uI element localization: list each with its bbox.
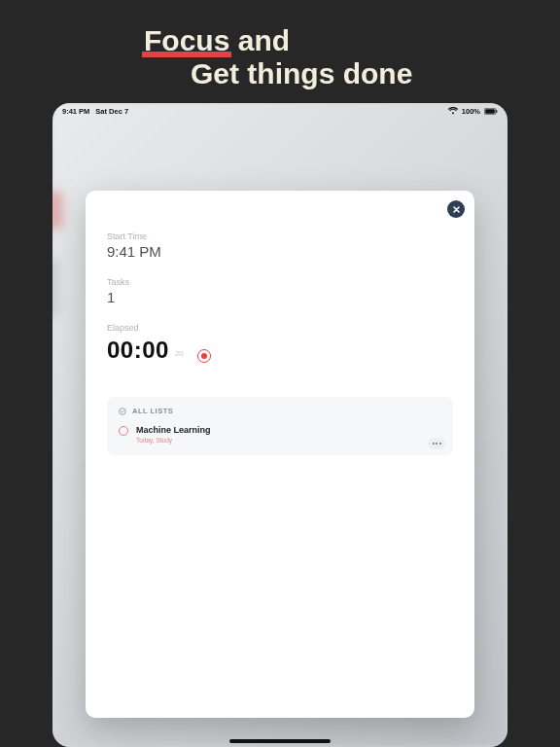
list-header[interactable]: ALL LISTS [119,407,441,415]
ipad-frame: 9:41 PM Sat Dec 7 100% Start Time 9:41 P… [52,103,508,747]
elapsed-time: 00:00 [107,337,169,364]
svg-rect-1 [485,109,495,114]
status-battery-text: 100% [462,107,480,116]
promo-headline: Focus and Get things done [0,25,560,89]
task-list-card: ALL LISTS Machine Learning Today, Study [107,397,453,455]
focus-session-modal: Start Time 9:41 PM Tasks 1 Elapsed 00:00… [86,191,474,718]
task-checkbox[interactable] [119,426,128,436]
svg-rect-2 [496,110,497,113]
status-time: 9:41 PM [62,107,89,116]
wifi-icon [448,107,458,115]
status-bar: 9:41 PM Sat Dec 7 100% [52,103,508,119]
more-icon [433,443,441,445]
tasks-label: Tasks [107,277,453,287]
elapsed-centiseconds: 20 [175,349,184,358]
more-button[interactable] [428,438,445,449]
headline-focus: Focus [144,24,229,56]
task-title: Machine Learning [136,425,211,435]
list-header-label: ALL LISTS [132,407,173,415]
task-row[interactable]: Machine Learning Today, Study [119,425,441,444]
close-icon [452,205,461,214]
close-button[interactable] [447,200,465,218]
start-time-value: 9:41 PM [107,243,453,260]
check-icon [119,408,126,415]
task-meta: Today, Study [136,437,211,444]
headline-line2: Get things done [0,58,560,89]
home-indicator[interactable] [229,739,331,743]
tasks-value: 1 [107,289,453,305]
headline-and: and [238,24,290,56]
record-button[interactable] [197,349,211,363]
status-date: Sat Dec 7 [95,107,128,116]
start-time-label: Start Time [107,231,453,241]
elapsed-label: Elapsed [107,323,453,333]
battery-icon [484,108,498,115]
record-icon [197,349,211,363]
